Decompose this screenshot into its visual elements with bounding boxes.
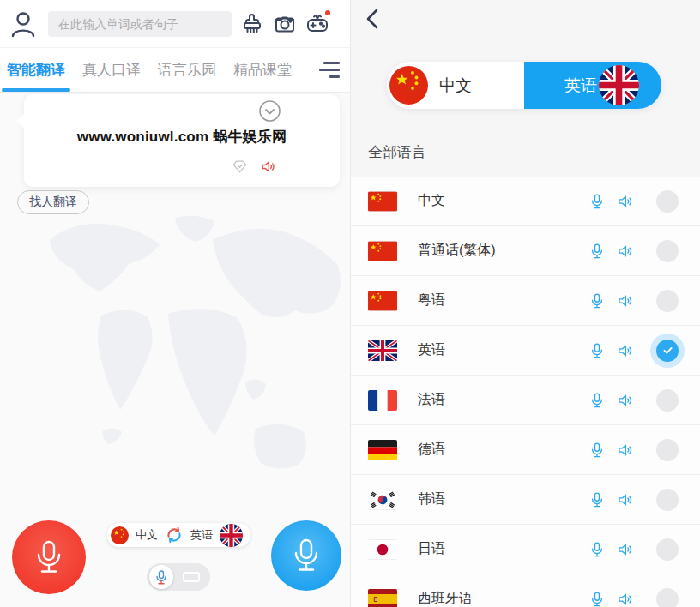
mic-icon[interactable] bbox=[588, 243, 606, 260]
brush-icon[interactable] bbox=[240, 12, 264, 36]
uk-flag-icon bbox=[220, 524, 243, 547]
toggle-target-label: 英语 bbox=[564, 75, 597, 97]
section-title: 全部语言 bbox=[368, 142, 426, 162]
camera-icon[interactable] bbox=[273, 12, 297, 36]
row-icons bbox=[588, 193, 634, 210]
de-flag-icon bbox=[368, 440, 397, 460]
mic-icon[interactable] bbox=[588, 541, 606, 558]
language-name: 西班牙语 bbox=[418, 590, 473, 607]
radio-indicator[interactable] bbox=[656, 389, 679, 412]
radio-indicator[interactable] bbox=[656, 190, 679, 213]
mic-icon[interactable] bbox=[588, 392, 606, 409]
fr-flag-icon bbox=[368, 390, 397, 411]
kr-flag-icon bbox=[368, 490, 397, 510]
row-icons bbox=[588, 243, 634, 260]
cn-flag-icon bbox=[368, 291, 397, 311]
tab-smart-translate[interactable]: 智能翻译 bbox=[3, 48, 69, 92]
speaker-icon[interactable] bbox=[617, 292, 634, 310]
target-mic-button[interactable] bbox=[271, 520, 341, 591]
notification-dot bbox=[325, 10, 330, 15]
tab-language-park[interactable]: 语言乐园 bbox=[154, 48, 220, 92]
mic-icon[interactable] bbox=[588, 442, 606, 459]
row-icons bbox=[588, 342, 634, 359]
toggle-knob bbox=[149, 565, 173, 589]
radio-indicator[interactable] bbox=[656, 538, 679, 561]
back-icon[interactable] bbox=[361, 7, 385, 31]
main-translate-panel: 智能翻译 真人口译 语言乐园 精品课堂 ww bbox=[0, 0, 350, 607]
swap-icon[interactable] bbox=[165, 526, 184, 544]
tab-premium-courses[interactable]: 精品课堂 bbox=[230, 48, 295, 92]
user-icon[interactable] bbox=[10, 10, 36, 38]
language-name: 普通话(繁体) bbox=[418, 242, 496, 260]
language-name: 中文 bbox=[418, 192, 445, 210]
radio-indicator[interactable] bbox=[656, 439, 679, 461]
language-list: 中文 普通话(繁体) bbox=[351, 177, 700, 607]
gamepad-icon[interactable] bbox=[305, 12, 329, 36]
find-translator-button[interactable]: 找人翻译 bbox=[17, 190, 89, 214]
mic-icon[interactable] bbox=[588, 292, 606, 310]
chevron-down-icon[interactable] bbox=[259, 100, 281, 122]
speaker-icon[interactable] bbox=[617, 491, 634, 508]
radio-indicator-selected[interactable] bbox=[656, 340, 679, 362]
language-name: 英语 bbox=[418, 341, 445, 359]
cn-flag-icon bbox=[368, 191, 397, 212]
row-icons bbox=[588, 392, 634, 409]
language-row[interactable]: 粤语 bbox=[351, 276, 700, 326]
search-input[interactable] bbox=[48, 11, 232, 37]
filter-icon[interactable] bbox=[319, 62, 341, 78]
keyboard-icon bbox=[183, 572, 200, 582]
translator-app-screen: 智能翻译 真人口译 语言乐园 精品课堂 ww bbox=[0, 0, 700, 607]
language-row[interactable]: 德语 bbox=[351, 425, 700, 475]
speaker-icon[interactable] bbox=[617, 342, 634, 359]
speaker-icon[interactable] bbox=[617, 193, 634, 210]
speaker-icon[interactable] bbox=[617, 392, 634, 409]
language-select-panel: 中文 英语 全部语言 中文 bbox=[350, 0, 700, 607]
toggle-source-chinese[interactable]: 中文 bbox=[387, 62, 524, 109]
speaker-icon[interactable] bbox=[260, 159, 276, 175]
language-name: 韩语 bbox=[418, 490, 445, 508]
row-icons bbox=[588, 292, 634, 310]
uk-flag-icon bbox=[599, 65, 639, 105]
radio-indicator[interactable] bbox=[656, 588, 679, 607]
mic-icon[interactable] bbox=[588, 591, 606, 607]
source-language-label: 中文 bbox=[136, 527, 158, 543]
radio-indicator[interactable] bbox=[656, 240, 679, 262]
mic-keyboard-toggle[interactable] bbox=[147, 563, 210, 591]
speaker-icon[interactable] bbox=[617, 442, 634, 459]
mic-icon[interactable] bbox=[588, 342, 606, 359]
cn-flag-icon bbox=[368, 241, 397, 261]
language-row[interactable]: 中文 bbox=[351, 177, 700, 226]
es-flag-icon bbox=[368, 589, 397, 607]
language-pair-bar[interactable]: 中文 英语 bbox=[107, 523, 250, 547]
gb-flag-icon bbox=[368, 340, 397, 361]
speaker-icon[interactable] bbox=[617, 591, 634, 607]
toggle-target-english[interactable]: 英语 bbox=[524, 62, 661, 109]
row-icons bbox=[588, 591, 634, 607]
mic-icon[interactable] bbox=[588, 491, 606, 508]
radio-indicator[interactable] bbox=[656, 290, 679, 312]
translation-result-card: www.woniuwl.com 蜗牛娱乐网 bbox=[24, 94, 340, 187]
row-icons bbox=[588, 541, 634, 558]
language-name: 粤语 bbox=[418, 291, 445, 310]
toggle-source-label: 中文 bbox=[439, 75, 472, 97]
language-row[interactable]: 普通话(繁体) bbox=[351, 226, 700, 276]
speaker-icon[interactable] bbox=[617, 243, 634, 260]
source-mic-button[interactable] bbox=[12, 520, 86, 594]
tab-human-interpreter[interactable]: 真人口译 bbox=[79, 48, 144, 92]
language-row[interactable]: 西班牙语 bbox=[351, 574, 700, 607]
speaker-icon[interactable] bbox=[617, 541, 634, 558]
row-icons bbox=[588, 491, 634, 508]
row-icons bbox=[588, 442, 634, 459]
gem-icon[interactable] bbox=[232, 159, 248, 175]
radio-indicator[interactable] bbox=[656, 489, 679, 511]
watermark-text: www.woniuwl.com 蜗牛娱乐网 bbox=[24, 127, 340, 147]
card-actions bbox=[232, 159, 276, 175]
language-row[interactable]: 英语 bbox=[351, 326, 700, 376]
mic-icon[interactable] bbox=[588, 193, 606, 210]
language-row[interactable]: 日语 bbox=[351, 525, 700, 574]
language-row[interactable]: 韩语 bbox=[351, 475, 700, 525]
card-tail bbox=[16, 113, 25, 129]
language-row[interactable]: 法语 bbox=[351, 376, 700, 425]
china-flag-icon bbox=[389, 66, 428, 105]
china-flag-icon bbox=[111, 526, 129, 544]
